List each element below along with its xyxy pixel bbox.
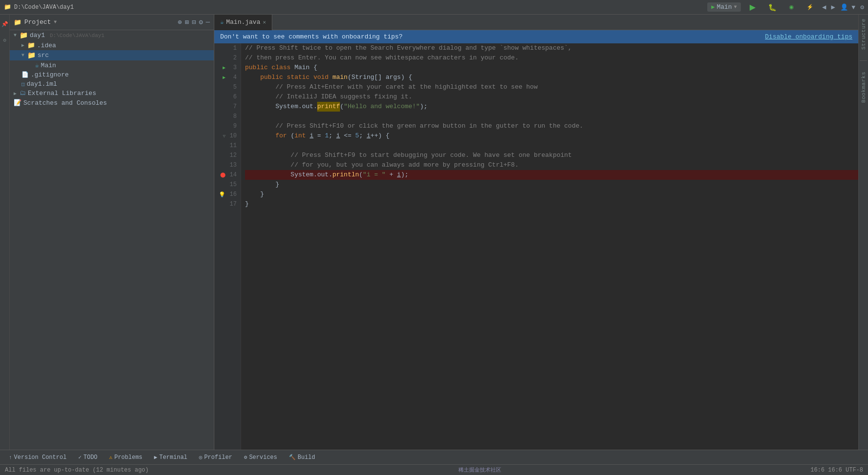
day1-path: D:\Code\JAVA\day1 <box>50 33 104 38</box>
project-title-group: 📁 Project ▼ <box>14 19 57 26</box>
coverage-button[interactable]: ◉ <box>785 3 798 11</box>
gutter-line-1: 1 <box>214 43 241 53</box>
gutter-line-12: 12 <box>214 151 241 160</box>
main-layout: 📌 ⚙ 📁 Project ▼ ⊕ ⊞ ⊟ ⚙ — ▼ 📁 da <box>0 15 868 450</box>
status-right: 16:6 16:6 UTF-8 <box>811 467 863 474</box>
left-strip-icon-2[interactable]: ⚙ <box>0 36 9 44</box>
gutter-line-8: 8 <box>214 112 241 121</box>
gutter: 1 2 ▶3 ▶4 5 6 7 8 9 ▽10 11 12 13 ⬤14 15 … <box>214 43 241 450</box>
run-button[interactable]: ▶ <box>746 1 759 13</box>
code-line-3: public class Main { <box>245 63 858 73</box>
build-tab[interactable]: 🔨 Build <box>284 453 320 462</box>
gutter-line-14: ⬤14 <box>214 170 241 180</box>
profile-button[interactable]: ⚡ <box>803 3 817 11</box>
code-line-6: // IntelliJ IDEA suggests fixing it. <box>245 92 858 102</box>
terminal-icon: ▶ <box>154 454 157 460</box>
editor-area: ☕ Main.java ✕ Don't want to see comments… <box>214 15 858 450</box>
settings-gear-icon[interactable]: ⚙ <box>199 18 203 26</box>
code-line-1: // Press Shift twice to open the Search … <box>245 43 858 53</box>
code-line-14: System.out.println("i = " + i); <box>245 170 858 180</box>
tree-item-day1[interactable]: ▼ 📁 day1 D:\Code\JAVA\day1 <box>10 30 214 40</box>
services-tab[interactable]: ⚙ Services <box>239 453 282 462</box>
profiler-tab[interactable]: ◎ Profiler <box>194 453 237 462</box>
expand-icon[interactable]: ⊞ <box>185 18 189 26</box>
lightbulb-icon[interactable]: 💡 <box>219 191 226 198</box>
tree-item-day1iml[interactable]: ◫ day1.iml <box>10 79 214 89</box>
project-dropdown-icon[interactable]: ▼ <box>54 19 57 25</box>
version-control-label: Version Control <box>14 454 67 461</box>
user-icon[interactable]: 👤 ▼ <box>840 3 856 11</box>
gutter-line-5: 5 <box>214 82 241 92</box>
left-strip-icon-1[interactable]: 📌 <box>0 19 9 28</box>
services-label: Services <box>249 454 277 461</box>
tab-bar: ☕ Main.java ✕ <box>214 15 858 30</box>
version-control-tab[interactable]: ↑ Version Control <box>4 453 72 462</box>
gutter-line-16: 💡16 <box>214 190 241 199</box>
locate-icon[interactable]: ⊕ <box>178 18 182 26</box>
onboarding-text: Don't want to see comments with onboardi… <box>220 33 402 40</box>
tree-item-src[interactable]: ▼ 📁 src <box>10 50 214 60</box>
ext-libs-icon: 🗂 <box>19 90 26 97</box>
gutter-line-3: ▶3 <box>214 63 241 73</box>
todo-tab[interactable]: ✓ TODO <box>74 453 102 462</box>
problems-tab[interactable]: ⚠ Problems <box>104 453 147 462</box>
bookmarks-panel-label[interactable]: Bookmarks <box>861 72 867 103</box>
day1-label: day1 <box>30 32 45 39</box>
gutter-line-9: 9 <box>214 121 241 131</box>
todo-icon: ✓ <box>78 454 82 460</box>
tab-close-button[interactable]: ✕ <box>263 19 266 25</box>
code-line-12: // Press Shift+F9 to start debugging you… <box>245 151 858 160</box>
main-label: Main <box>41 62 56 69</box>
code-line-15: } <box>245 180 858 190</box>
project-header-actions: ⊕ ⊞ ⊟ ⚙ — <box>178 18 210 26</box>
tab-filename: Main.java <box>226 19 260 26</box>
code-line-4: public static void main(String[] args) { <box>245 73 858 82</box>
gutter-line-4: ▶4 <box>214 73 241 82</box>
src-label: src <box>38 52 49 59</box>
disable-onboarding-btn[interactable]: Disable onboarding tips <box>765 33 852 40</box>
code-line-7: System.out.printf("Hello and welcome!"); <box>245 102 858 112</box>
terminal-tab[interactable]: ▶ Terminal <box>149 453 192 462</box>
profiler-icon: ◎ <box>199 454 203 460</box>
bottom-toolbar: ↑ Version Control ✓ TODO ⚠ Problems ▶ Te… <box>0 450 868 464</box>
gutter-line-11: 11 <box>214 141 241 151</box>
project-title: Project <box>24 19 51 26</box>
run-config-dropdown: ▼ <box>734 4 737 10</box>
problems-label: Problems <box>114 454 143 461</box>
breakpoint-icon[interactable]: ⬤ <box>220 172 226 178</box>
tree-item-main[interactable]: ☕ Main <box>10 60 214 70</box>
tree-item-scratches[interactable]: 📝 Scratches and Consoles <box>10 98 214 108</box>
run-config[interactable]: ▶ Main ▼ <box>707 2 740 12</box>
main-java-tab[interactable]: ☕ Main.java ✕ <box>214 15 272 30</box>
nav-forward-icon[interactable]: ▶ <box>831 3 835 11</box>
tree-item-gitignore[interactable]: 📄 .gitignore <box>10 70 214 79</box>
collapse-icon[interactable]: ⊟ <box>192 18 196 26</box>
gitignore-label: .gitignore <box>31 71 69 78</box>
project-header: 📁 Project ▼ ⊕ ⊞ ⊟ ⚙ — <box>10 15 214 30</box>
left-strip: 📌 ⚙ <box>0 15 10 450</box>
profiler-label: Profiler <box>204 454 232 461</box>
debug-button[interactable]: 🐛 <box>764 2 780 12</box>
build-icon: 🔨 <box>289 454 296 460</box>
code-editor[interactable]: 1 2 ▶3 ▶4 5 6 7 8 9 ▽10 11 12 13 ⬤14 15 … <box>214 43 858 450</box>
nav-back-icon[interactable]: ◀ <box>822 3 826 11</box>
gutter-line-6: 6 <box>214 92 241 102</box>
tree-item-idea[interactable]: ▶ 📁 .idea <box>10 40 214 50</box>
structure-panel-label[interactable]: Structure <box>861 19 867 50</box>
src-expand-arrow: ▼ <box>21 53 24 58</box>
main-java-icon: ☕ <box>35 61 39 69</box>
title-bar-right: ▶ Main ▼ ▶ 🐛 ◉ ⚡ ◀ ▶ 👤 ▼ ⚙ <box>707 1 864 13</box>
code-line-2: // then press Enter. You can now see whi… <box>245 53 858 63</box>
tree-item-ext-libs[interactable]: ▶ 🗂 External Libraries <box>10 89 214 98</box>
gutter-line-7: 7 <box>214 102 241 112</box>
services-icon: ⚙ <box>244 454 247 460</box>
status-bar: All files are up-to-date (12 minutes ago… <box>0 464 868 475</box>
idea-expand-arrow: ▶ <box>21 42 24 48</box>
settings-icon[interactable]: ⚙ <box>860 3 864 11</box>
iml-label: day1.iml <box>27 80 57 88</box>
minimize-icon[interactable]: — <box>206 18 210 26</box>
code-content[interactable]: // Press Shift twice to open the Search … <box>241 43 858 450</box>
project-panel: 📁 Project ▼ ⊕ ⊞ ⊟ ⚙ — ▼ 📁 day1 D:\Code\J… <box>10 15 214 450</box>
idea-label: .idea <box>37 42 56 49</box>
code-line-11 <box>245 141 858 151</box>
